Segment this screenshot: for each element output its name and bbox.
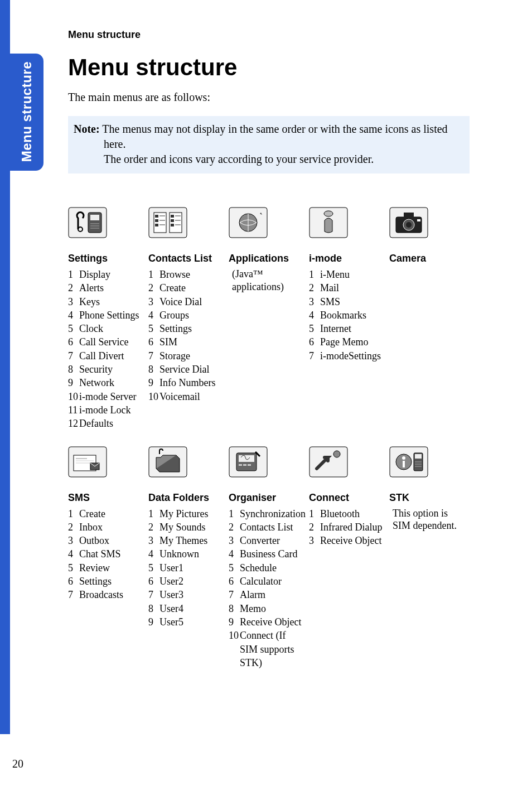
list-item: 7Broadcasts (68, 588, 145, 601)
list-item-text: My Sounds (159, 520, 225, 534)
list-item: 7i-modeSettings (309, 349, 386, 363)
list-item-number: 2 (309, 520, 320, 534)
list-item-number: 9 (148, 615, 159, 629)
list-item-number: 10 (68, 390, 79, 403)
list-item-number: 2 (309, 281, 320, 295)
list-item-number: 7 (229, 588, 240, 601)
side-tab-label: Menu structure (19, 61, 35, 162)
list-item: 6Call Service (68, 335, 145, 349)
organiser-icon (229, 445, 306, 479)
svg-rect-3 (90, 215, 99, 220)
list-item: 1Synchronization (229, 507, 306, 520)
list-item: 10Voicemail (148, 390, 225, 403)
note-box: Note: The menus may not display in the s… (68, 116, 470, 173)
list-item-text: Inbox (79, 520, 145, 534)
side-tab: Menu structure (10, 54, 43, 171)
svg-point-47 (333, 451, 340, 457)
list-item: 3Voice Dial (148, 295, 225, 308)
svg-point-26 (324, 211, 333, 216)
list-item-text: Voice Dial (159, 295, 225, 308)
list-item: 4Groups (148, 308, 225, 322)
list-item-text: i-mode Server (79, 390, 145, 403)
camera-icon (389, 206, 466, 239)
list-item-text: User1 (159, 561, 225, 575)
list-item-number: 6 (68, 575, 79, 588)
list-item-text: Broadcasts (79, 588, 145, 601)
list-item-number: 11 (68, 403, 79, 417)
svg-rect-16 (171, 215, 174, 218)
svg-rect-43 (239, 464, 242, 466)
list-item-number: 1 (148, 268, 159, 281)
list-item-number: 3 (309, 534, 320, 547)
list-item-number: 5 (68, 561, 79, 575)
list-item-number: 9 (229, 615, 240, 629)
list-item: 4Business Card (229, 547, 306, 561)
list-item-text: Clock (79, 322, 145, 335)
list-item-text: Receive Object (320, 534, 386, 547)
list-item-number: 1 (229, 507, 240, 520)
list-item: 2My Sounds (148, 520, 225, 534)
list-item-text: User4 (159, 602, 225, 615)
data-folders-icon (148, 445, 225, 479)
list-item-text: Call Divert (79, 349, 145, 363)
menu-col-camera: Camera (389, 206, 470, 268)
list-item-text: Groups (159, 308, 225, 322)
list-item-text: Converter (240, 534, 306, 547)
menu-items: 1Display2Alerts3Keys4Phone Settings5Cloc… (68, 268, 145, 431)
svg-rect-44 (243, 464, 246, 466)
list-item-text: Review (79, 561, 145, 575)
page: Menu structure Menu structure Menu struc… (0, 0, 532, 786)
menu-items: 1My Pictures2My Sounds3My Themes4Unknown… (148, 507, 225, 629)
list-item-number: 9 (68, 376, 79, 389)
svg-rect-42 (239, 455, 254, 462)
list-item: 10i-mode Server (68, 390, 145, 403)
menu-col-datafolders: Data Folders 1My Pictures2My Sounds3My T… (148, 445, 229, 629)
menu-heading: i-mode (309, 253, 386, 264)
menu-col-stk: STK This option is SIM dependent. (389, 445, 470, 532)
list-item: 1Display (68, 268, 145, 281)
list-item: 7Call Divert (68, 349, 145, 363)
list-item-number: 1 (148, 507, 159, 520)
list-item-text: Calculator (240, 575, 306, 588)
list-item-number: 2 (148, 520, 159, 534)
list-item-number: 1 (309, 507, 320, 520)
list-item-number: 3 (148, 534, 159, 547)
menu-col-organiser: Organiser 1Synchronization2Contacts List… (229, 445, 309, 670)
page-number: 20 (12, 758, 23, 770)
menu-heading: STK (389, 492, 466, 504)
menu-items: 1Bluetooth2Infrared Dialup3Receive Objec… (309, 507, 386, 548)
svg-rect-51 (403, 461, 405, 467)
svg-rect-53 (415, 454, 422, 459)
list-item-number: 3 (309, 295, 320, 308)
list-item-number: 6 (309, 335, 320, 349)
svg-rect-29 (404, 213, 414, 218)
list-item: 12Defaults (68, 417, 145, 430)
note-text-line1: The menus may not display in the same or… (102, 123, 447, 150)
list-item-text: Business Card (240, 547, 306, 561)
applications-icon (229, 206, 306, 239)
list-item-number: 2 (229, 520, 240, 534)
list-item: 7Alarm (229, 588, 306, 601)
menu-col-connect: Connect 1Bluetooth2Infrared Dialup3Recei… (309, 445, 389, 548)
list-item-number: 3 (68, 295, 79, 308)
list-item-text: Storage (159, 349, 225, 363)
list-item-number: 6 (148, 335, 159, 349)
list-item-text: Page Memo (320, 335, 386, 349)
sms-icon (68, 445, 145, 479)
page-title: Menu structure (68, 54, 470, 81)
menu-items: 1Create2Inbox3Outbox4Chat SMS5Review6Set… (68, 507, 145, 602)
connect-icon (309, 445, 386, 479)
list-item-text: My Themes (159, 534, 225, 547)
list-item: 6SIM (148, 335, 225, 349)
list-item: 3Receive Object (309, 534, 386, 547)
list-item-text: Alarm (240, 588, 306, 601)
list-item: 4Chat SMS (68, 547, 145, 561)
list-item-text: Display (79, 268, 145, 281)
list-item-text: Settings (159, 322, 225, 335)
menu-heading: Connect (309, 492, 386, 504)
svg-rect-45 (248, 464, 251, 466)
menu-col-sms: SMS 1Create2Inbox3Outbox4Chat SMS5Review… (68, 445, 148, 602)
list-item-number: 7 (148, 588, 159, 601)
list-item: 4Phone Settings (68, 308, 145, 322)
list-item-text: Settings (79, 575, 145, 588)
